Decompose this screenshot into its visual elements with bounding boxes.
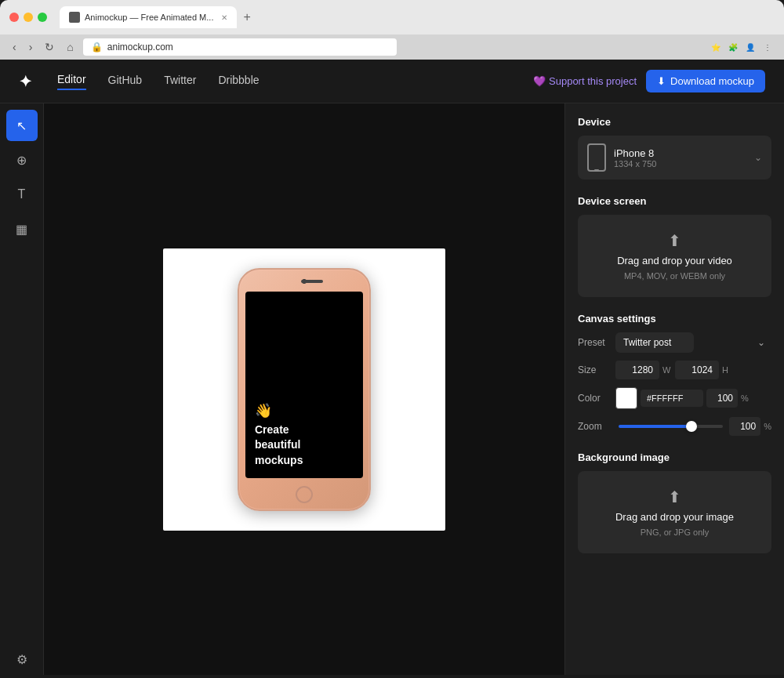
- preset-select[interactable]: Twitter post Instagram post Facebook pos…: [615, 332, 694, 353]
- app-logo: ✦: [19, 72, 32, 91]
- preset-label: Preset: [578, 337, 615, 348]
- device-info: iPhone 8 1334 x 750: [587, 143, 656, 172]
- sidebar: ↖ ⊕ T ▦ ⚙: [0, 103, 44, 675]
- phone-home-button: [296, 486, 313, 503]
- screen-upload-label: Drag and drop your video: [617, 255, 732, 266]
- maximize-button[interactable]: [38, 13, 47, 22]
- device-name: iPhone 8: [614, 147, 656, 159]
- image-icon: ▦: [16, 222, 27, 237]
- tab-title: Animockup — Free Animated M...: [85, 13, 213, 22]
- color-label: Color: [578, 393, 615, 404]
- nav-link-dribbble[interactable]: Dribbble: [218, 74, 259, 89]
- canvas-section-label: Canvas settings: [578, 313, 771, 324]
- height-label: H: [722, 365, 731, 375]
- zoom-label: Zoom: [578, 421, 615, 432]
- preset-row: Preset Twitter post Instagram post Faceb…: [578, 332, 771, 353]
- extension-icon[interactable]: 🧩: [726, 40, 740, 54]
- heart-icon: 💜: [533, 75, 546, 87]
- text-icon: T: [18, 187, 26, 201]
- phone-vol-down: [238, 339, 239, 357]
- screen-upload-area[interactable]: ⬆ Drag and drop your video MP4, MOV, or …: [578, 215, 771, 297]
- phone-emoji: 👋: [255, 402, 272, 419]
- preset-control: Twitter post Instagram post Facebook pos…: [615, 332, 771, 353]
- canvas-inner: 👋 Create beautiful mockups: [163, 248, 445, 531]
- app-container: ✦ Editor GitHub Twitter Dribbble 💜 Suppo…: [0, 60, 784, 675]
- bg-section: Background image ⬆ Drag and drop your im…: [578, 451, 771, 553]
- color-opacity-symbol: %: [741, 393, 749, 403]
- download-button[interactable]: ⬇ Download mockup: [646, 70, 765, 92]
- color-hex-input[interactable]: [641, 390, 703, 407]
- toolbar-icons: ⭐ 🧩 👤 ⋮: [709, 40, 775, 54]
- preset-select-wrapper: Twitter post Instagram post Facebook pos…: [615, 332, 771, 353]
- close-button[interactable]: [9, 13, 19, 22]
- zoom-slider[interactable]: [619, 425, 723, 428]
- right-panel: Device iPhone 8 1334 x 750 ⌄ Device scre…: [564, 103, 784, 675]
- nav-link-editor[interactable]: Editor: [57, 73, 86, 90]
- tab-close-icon[interactable]: ✕: [221, 13, 227, 22]
- tool-image[interactable]: ▦: [6, 213, 38, 245]
- back-button[interactable]: ‹: [9, 39, 20, 55]
- width-label: W: [662, 365, 672, 375]
- size-row: Size W H: [578, 361, 771, 379]
- home-button[interactable]: ⌂: [64, 39, 76, 55]
- color-row: Color %: [578, 387, 771, 409]
- browser-toolbar: ‹ › ↻ ⌂ 🔒 animockup.com ⭐ 🧩 👤 ⋮: [0, 34, 784, 60]
- browser-tab[interactable]: Animockup — Free Animated M... ✕: [60, 6, 237, 28]
- new-tab-button[interactable]: +: [237, 10, 256, 24]
- phone-text: Create beautiful mockups: [255, 422, 303, 469]
- content-area: ↖ ⊕ T ▦ ⚙: [0, 103, 784, 675]
- browser-chrome: Animockup — Free Animated M... ✕ + ‹ › ↻…: [0, 0, 784, 60]
- browser-tabs: Animockup — Free Animated M... ✕ +: [60, 6, 775, 28]
- device-section-label: Device: [578, 116, 771, 128]
- color-control: %: [615, 387, 771, 409]
- phone-side-button: [369, 324, 371, 356]
- zoom-icon: ⊕: [16, 153, 27, 168]
- menu-icon[interactable]: ⋮: [760, 40, 775, 54]
- download-icon: ⬇: [657, 75, 666, 87]
- top-nav: ✦ Editor GitHub Twitter Dribbble 💜 Suppo…: [0, 60, 784, 103]
- width-input[interactable]: [615, 361, 659, 379]
- forward-button[interactable]: ›: [26, 39, 36, 55]
- bg-upload-area[interactable]: ⬆ Drag and drop your image PNG, or JPG o…: [578, 471, 771, 553]
- device-section: Device iPhone 8 1334 x 750 ⌄: [578, 116, 771, 179]
- canvas-settings-section: Canvas settings Preset Twitter post Inst…: [578, 313, 771, 436]
- device-chevron-icon: ⌄: [754, 152, 762, 163]
- tool-text[interactable]: T: [6, 179, 38, 210]
- zoom-control: %: [615, 417, 771, 436]
- tool-settings[interactable]: ⚙: [6, 644, 38, 675]
- height-input[interactable]: [675, 361, 719, 379]
- screen-section-label: Device screen: [578, 195, 771, 207]
- phone-body: 👋 Create beautiful mockups: [238, 268, 371, 511]
- lock-icon: 🔒: [91, 42, 103, 53]
- phone-speaker: [301, 280, 323, 283]
- color-opacity-input[interactable]: [706, 389, 738, 408]
- refresh-button[interactable]: ↻: [42, 39, 57, 55]
- zoom-slider-thumb[interactable]: [686, 421, 697, 432]
- nav-links: Editor GitHub Twitter Dribbble: [57, 73, 260, 90]
- address-bar[interactable]: 🔒 animockup.com: [83, 38, 397, 56]
- zoom-symbol: %: [764, 422, 771, 431]
- bookmark-icon[interactable]: ⭐: [709, 40, 723, 54]
- traffic-lights: [9, 13, 47, 22]
- tab-favicon: [69, 12, 80, 23]
- zoom-value-input[interactable]: [729, 417, 760, 436]
- url-display: animockup.com: [107, 42, 173, 53]
- tool-zoom[interactable]: ⊕: [6, 144, 38, 176]
- screen-section: Device screen ⬆ Drag and drop your video…: [578, 195, 771, 297]
- tool-cursor[interactable]: ↖: [6, 110, 38, 141]
- profile-icon[interactable]: 👤: [743, 40, 757, 54]
- browser-titlebar: Animockup — Free Animated M... ✕ +: [0, 6, 784, 34]
- device-phone-icon: [587, 143, 606, 172]
- bg-upload-label: Drag and drop your image: [615, 511, 734, 523]
- nav-link-github[interactable]: GitHub: [108, 74, 143, 89]
- bg-upload-sub: PNG, or JPG only: [641, 528, 709, 537]
- nav-right: 💜 Support this project ⬇ Download mockup: [533, 70, 765, 92]
- zoom-row: Zoom %: [578, 417, 771, 436]
- device-dimensions: 1334 x 750: [614, 159, 656, 169]
- color-swatch[interactable]: [615, 387, 637, 409]
- minimize-button[interactable]: [24, 13, 33, 22]
- settings-icon: ⚙: [16, 652, 27, 667]
- device-card[interactable]: iPhone 8 1334 x 750 ⌄: [578, 136, 771, 179]
- support-button[interactable]: 💜 Support this project: [533, 75, 637, 87]
- nav-link-twitter[interactable]: Twitter: [164, 74, 196, 89]
